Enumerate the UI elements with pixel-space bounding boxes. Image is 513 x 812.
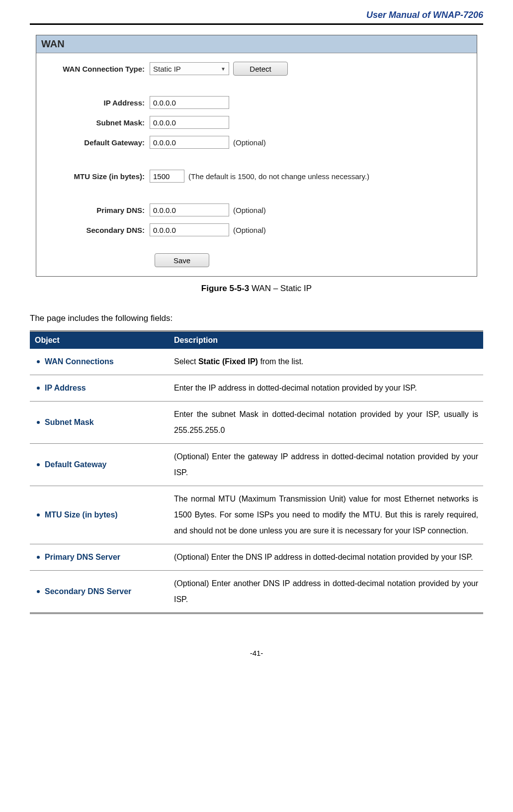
table-row: Default Gateway(Optional) Enter the gate…	[30, 444, 483, 486]
table-row: Primary DNS Server(Optional) Enter the D…	[30, 544, 483, 571]
detect-button[interactable]: Detect	[233, 62, 288, 76]
bullet-icon	[37, 513, 40, 516]
object-cell: WAN Connections	[30, 349, 169, 375]
description-cell: The normal MTU (Maximum Transmission Uni…	[169, 486, 483, 544]
object-label: MTU Size (in bytes)	[45, 510, 118, 519]
input-mtu[interactable]	[150, 170, 184, 183]
table-row: Secondary DNS Server(Optional) Enter ano…	[30, 571, 483, 613]
object-label: WAN Connections	[45, 357, 114, 366]
input-secondary-dns[interactable]	[150, 223, 229, 236]
object-label: Secondary DNS Server	[45, 587, 131, 596]
label-sdns: Secondary DNS:	[45, 226, 150, 234]
table-row: MTU Size (in bytes)The normal MTU (Maxim…	[30, 486, 483, 544]
description-table: Object Description WAN ConnectionsSelect…	[30, 330, 483, 614]
description-cell: Select Static (Fixed IP) from the list.	[169, 349, 483, 375]
note-gw: (Optional)	[233, 138, 266, 147]
note-sdns: (Optional)	[233, 226, 266, 234]
page-number: -41-	[30, 649, 483, 657]
bullet-icon	[37, 556, 40, 559]
select-wan-type[interactable]: Static IP ▼	[150, 62, 229, 75]
bullet-icon	[37, 421, 40, 424]
panel-title: WAN	[36, 35, 477, 53]
doc-header: User Manual of WNAP-7206	[30, 10, 483, 25]
description-cell: (Optional) Enter the gateway IP address …	[169, 444, 483, 486]
object-cell: IP Address	[30, 375, 169, 402]
save-button[interactable]: Save	[155, 253, 209, 267]
figure-title: WAN – Static IP	[252, 284, 312, 293]
select-wan-type-value: Static IP	[153, 65, 181, 73]
wan-panel: WAN WAN Connection Type: Static IP ▼ Det…	[36, 35, 477, 277]
description-cell: Enter the subnet Mask in dotted-decimal …	[169, 402, 483, 444]
label-ip: IP Address:	[45, 99, 150, 107]
label-mtu: MTU Size (in bytes):	[45, 172, 150, 181]
input-subnet-mask[interactable]	[150, 116, 229, 129]
figure-caption: Figure 5-5-3 WAN – Static IP	[30, 284, 483, 294]
input-default-gateway[interactable]	[150, 136, 229, 149]
description-cell: (Optional) Enter the DNS IP address in d…	[169, 544, 483, 571]
note-pdns: (Optional)	[233, 206, 266, 214]
bullet-icon	[37, 387, 40, 390]
note-mtu: (The default is 1500, do not change unle…	[188, 172, 369, 181]
table-row: Subnet MaskEnter the subnet Mask in dott…	[30, 402, 483, 444]
label-gw: Default Gateway:	[45, 138, 150, 147]
description-cell: Enter the IP address in dotted-decimal n…	[169, 375, 483, 402]
th-description: Description	[169, 331, 483, 349]
table-row: WAN ConnectionsSelect Static (Fixed IP) …	[30, 349, 483, 375]
input-primary-dns[interactable]	[150, 203, 229, 216]
object-label: Default Gateway	[45, 460, 106, 469]
bullet-icon	[37, 360, 40, 363]
object-label: Subnet Mask	[45, 418, 94, 426]
input-ip-address[interactable]	[150, 96, 229, 109]
figure-number: Figure 5-5-3	[201, 284, 252, 293]
bullet-icon	[37, 463, 40, 466]
object-cell: MTU Size (in bytes)	[30, 486, 169, 544]
intro-text: The page includes the following fields:	[30, 313, 483, 323]
description-cell: (Optional) Enter another DNS IP address …	[169, 571, 483, 613]
bullet-icon	[37, 590, 40, 593]
object-label: IP Address	[45, 384, 86, 392]
object-cell: Primary DNS Server	[30, 544, 169, 571]
label-wan-type: WAN Connection Type:	[45, 65, 150, 73]
th-object: Object	[30, 331, 169, 349]
label-pdns: Primary DNS:	[45, 206, 150, 214]
label-mask: Subnet Mask:	[45, 118, 150, 127]
object-label: Primary DNS Server	[45, 553, 120, 561]
object-cell: Secondary DNS Server	[30, 571, 169, 613]
object-cell: Subnet Mask	[30, 402, 169, 444]
object-cell: Default Gateway	[30, 444, 169, 486]
chevron-down-icon: ▼	[221, 66, 226, 72]
table-row: IP AddressEnter the IP address in dotted…	[30, 375, 483, 402]
